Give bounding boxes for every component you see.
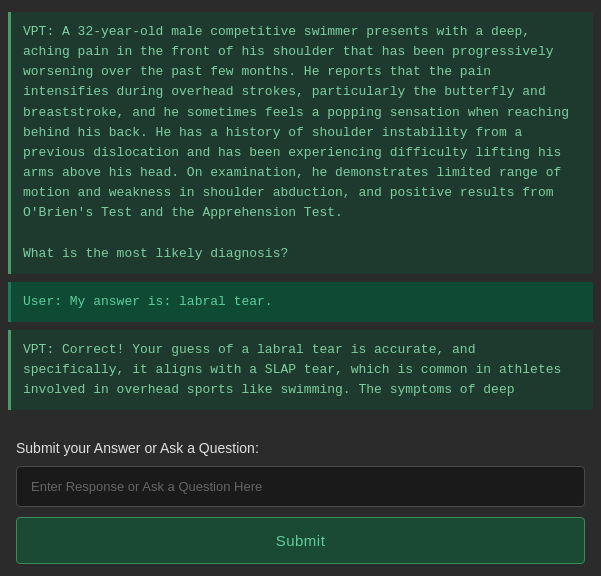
response-input[interactable] <box>16 466 585 507</box>
submit-label: Submit your Answer or Ask a Question: <box>16 440 585 456</box>
chat-container: VPT: A 32-year-old male competitive swim… <box>0 0 601 430</box>
vpt-message-1-text: VPT: A 32-year-old male competitive swim… <box>23 24 577 261</box>
vpt-message-2-text: VPT: Correct! Your guess of a labral tea… <box>23 342 561 397</box>
vpt-message-1: VPT: A 32-year-old male competitive swim… <box>8 12 593 274</box>
vpt-message-2: VPT: Correct! Your guess of a labral tea… <box>8 330 593 410</box>
submit-section: Submit your Answer or Ask a Question: Su… <box>0 430 601 576</box>
user-message-1-text: User: My answer is: labral tear. <box>23 294 273 309</box>
submit-button[interactable]: Submit <box>16 517 585 564</box>
user-message-1: User: My answer is: labral tear. <box>8 282 593 322</box>
